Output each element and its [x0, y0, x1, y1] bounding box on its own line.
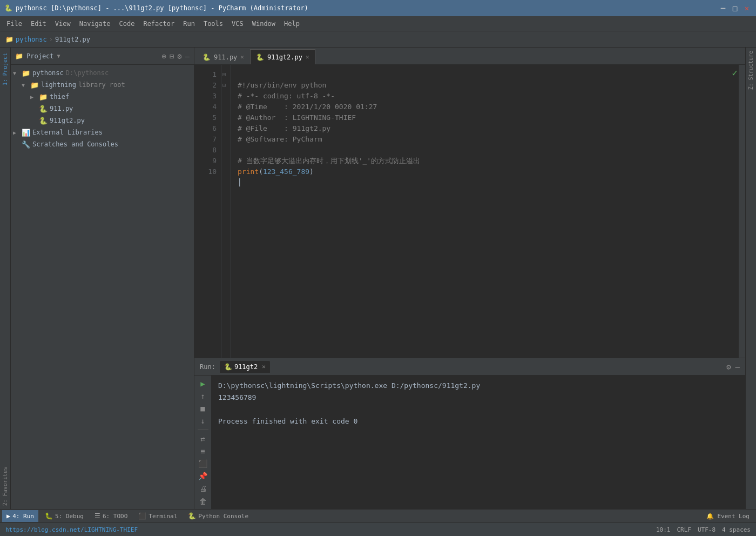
python-console-tab-label: Python Console	[198, 513, 248, 520]
run-align-button[interactable]: ⬛	[197, 459, 210, 468]
status-position[interactable]: 10:1	[656, 526, 671, 533]
tree-folder-icon-thief: 📁	[39, 93, 48, 101]
menu-item-help[interactable]: Help	[280, 18, 304, 30]
tab-icon-911gt2py: 🐍	[256, 53, 264, 61]
close-button[interactable]: ✕	[742, 3, 752, 13]
tab-911gt2py[interactable]: 🐍 911gt2.py ✕	[250, 49, 315, 64]
sidebar-collapse-icon[interactable]: ⊟	[170, 52, 174, 61]
tree-label-lightning: lightning	[41, 81, 76, 89]
run-output: D:\pythonsc\lightning\Scripts\python.exe…	[212, 376, 745, 509]
menu-item-refactor[interactable]: Refactor	[139, 18, 179, 30]
bottom-tab-python-console[interactable]: 🐍 Python Console	[184, 510, 253, 522]
bottom-tab-run[interactable]: ▶ 4: Run	[2, 510, 38, 522]
run-tab-close[interactable]: ✕	[262, 363, 266, 370]
tree-item-911py[interactable]: 🐍 911.py	[11, 103, 194, 115]
debug-tab-label: 5: Debug	[55, 513, 84, 520]
tree-sublabel-lightning: library root	[78, 81, 125, 89]
tab-close-911py[interactable]: ✕	[240, 53, 244, 61]
status-bar: https://blog.csdn.net/LIGHTNING-THIEF 10…	[0, 522, 756, 536]
menu-item-edit[interactable]: Edit	[26, 18, 51, 30]
run-delete-button[interactable]: 🗑	[197, 497, 210, 506]
run-play-button[interactable]: ▶	[197, 379, 210, 388]
run-pin-button[interactable]: 📌	[197, 472, 210, 481]
sidebar-dropdown-icon[interactable]: ▼	[57, 53, 60, 59]
code-content[interactable]: #!/usr/bin/env python # -*- coding: utf-…	[231, 65, 739, 358]
minimize-button[interactable]: ─	[718, 3, 728, 13]
strip-label-favorites[interactable]: 2: Favorites	[1, 464, 9, 509]
status-indent[interactable]: 4 spaces	[722, 526, 751, 533]
run-down-button[interactable]: ↓	[197, 416, 210, 425]
bottom-tab-todo[interactable]: ☰ 6: TODO	[90, 510, 132, 522]
run-filter-button[interactable]: ≡	[197, 447, 210, 456]
editor-scrollbar[interactable]	[739, 65, 745, 358]
menu-item-tools[interactable]: Tools	[199, 18, 227, 30]
bottom-tab-terminal[interactable]: ⬛ Terminal	[134, 510, 181, 522]
terminal-tab-label: Terminal	[148, 513, 177, 520]
menu-item-window[interactable]: Window	[248, 18, 280, 30]
breadcrumb-file: 911gt2.py	[55, 36, 90, 43]
run-stop-button[interactable]: ■	[197, 404, 210, 413]
menu-item-file[interactable]: File	[2, 18, 26, 30]
run-minimize-icon[interactable]: —	[735, 363, 740, 371]
tree-scratch-icon: 🔧	[22, 140, 30, 149]
maximize-button[interactable]: □	[730, 3, 740, 13]
tree-folder-icon-lightning: 📁	[30, 81, 39, 89]
tab-close-911gt2py[interactable]: ✕	[306, 53, 309, 61]
tab-911py[interactable]: 🐍 911.py ✕	[197, 49, 250, 64]
sidebar-add-icon[interactable]: ⊕	[161, 52, 166, 61]
menu-item-vcs[interactable]: VCS	[227, 18, 248, 30]
structure-label[interactable]: Z: Structure	[747, 48, 755, 93]
status-crlf[interactable]: CRLF	[677, 526, 691, 533]
run-toolbar-divider	[198, 430, 208, 430]
tree-item-scratches[interactable]: 🔧 Scratches and Consoles	[11, 138, 194, 150]
bottom-tab-debug[interactable]: 🐛 5: Debug	[40, 510, 88, 522]
todo-tab-icon: ☰	[94, 512, 100, 520]
code-editor: 1 2 3 4 5 6 7 8 9 10 ⊟	[194, 65, 745, 358]
status-url[interactable]: https://blog.csdn.net/LIGHTNING-THIEF	[5, 526, 138, 533]
editor-and-run: 🐍 911.py ✕ 🐍 911gt2.py ✕ 1 2 3 4 5	[194, 48, 745, 509]
run-active-tab[interactable]: 🐍 911gt2 ✕	[220, 361, 270, 373]
status-encoding[interactable]: UTF-8	[698, 526, 716, 533]
syntax-check-ok: ✓	[732, 67, 738, 78]
breadcrumb-project[interactable]: pythonsc	[16, 36, 47, 43]
tree-item-911gt2py[interactable]: 🐍 911gt2.py	[11, 115, 194, 126]
strip-label-project[interactable]: 1: Project	[1, 50, 9, 89]
breadcrumb-folder-icon: 📁	[5, 36, 14, 43]
breadcrumb: 📁 pythonsc › 911gt2.py	[0, 31, 756, 48]
run-tab-label-bottom: 4: Run	[12, 513, 34, 520]
run-up-button[interactable]: ↑	[197, 391, 210, 400]
run-print-button[interactable]: 🖨	[197, 484, 210, 493]
tree-item-pythonsc[interactable]: ▼ 📁 pythonsc D:\pythonsc	[11, 67, 194, 79]
sidebar-title: Project	[26, 52, 54, 60]
run-settings-icon[interactable]: ⚙	[726, 363, 731, 371]
tree-arrow-pythonsc: ▼	[13, 70, 21, 76]
run-wrap-button[interactable]: ⇄	[197, 434, 210, 444]
tree-label-911gt2py: 911gt2.py	[50, 117, 85, 124]
run-label: Run:	[200, 363, 215, 371]
breadcrumb-sep1: ›	[49, 36, 53, 43]
tree-sublabel-pythonsc: D:\pythonsc	[66, 69, 109, 77]
tree-item-thief[interactable]: ▶ 📁 thief	[11, 91, 194, 103]
todo-tab-label: 6: TODO	[103, 513, 127, 520]
terminal-tab-icon: ⬛	[138, 512, 146, 520]
run-output-finish: Process finished with exit code 0	[218, 416, 739, 427]
tree-item-lightning[interactable]: ▼ 📁 lightning library root	[11, 79, 194, 91]
event-log-link[interactable]: 🔔 Event Log	[702, 513, 754, 520]
tree-arrow-lightning: ▼	[22, 82, 29, 88]
menu-item-run[interactable]: Run	[179, 18, 199, 30]
menu-item-code[interactable]: Code	[115, 18, 139, 30]
tree-python-icon-911gt2py: 🐍	[39, 117, 48, 125]
title-bar-controls: ─ □ ✕	[718, 3, 752, 13]
debug-tab-icon: 🐛	[45, 512, 53, 520]
tree-label-pythonsc: pythonsc	[32, 69, 64, 77]
tree-label-thief: thief	[50, 93, 69, 100]
menu-item-navigate[interactable]: Navigate	[75, 18, 115, 30]
run-body: ▶ ↑ ■ ↓ ⇄ ≡ ⬛ 📌 🖨 🗑 D:\pythonsc\lightnin…	[194, 376, 745, 509]
sidebar-minimize-icon[interactable]: —	[185, 52, 190, 61]
tree-item-external-libs[interactable]: ▶ 📊 External Libraries	[11, 126, 194, 138]
status-right: 10:1 CRLF UTF-8 4 spaces	[656, 526, 751, 533]
status-left: https://blog.csdn.net/LIGHTNING-THIEF	[5, 526, 138, 533]
sidebar-settings-icon[interactable]: ⚙	[177, 52, 181, 61]
menu-item-view[interactable]: View	[51, 18, 75, 30]
sidebar-folder-icon: 📁	[15, 52, 23, 60]
